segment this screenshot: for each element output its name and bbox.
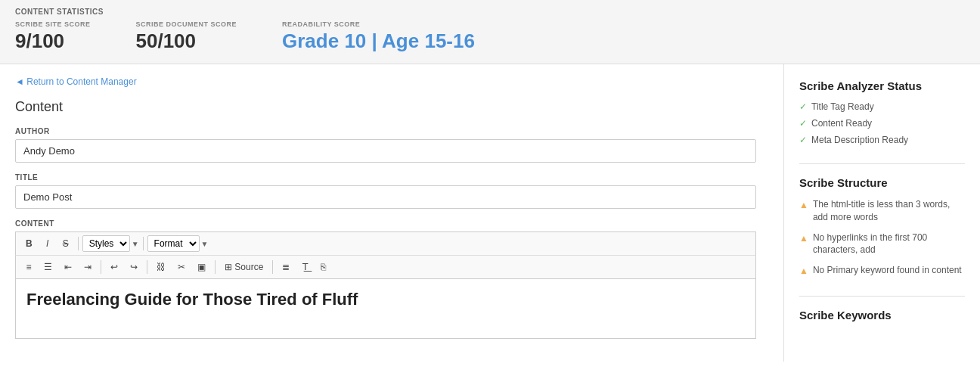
content-label: CONTENT <box>15 219 768 228</box>
toolbar-sep6 <box>272 260 273 274</box>
source-button[interactable]: ⊞ Source <box>219 259 268 275</box>
author-label: AUTHOR <box>15 127 768 135</box>
site-score-label: SCRIBE SITE SCORE <box>15 20 91 28</box>
link-icon: ⛓ <box>157 262 166 272</box>
status-text-3: Meta Description Ready <box>811 135 908 145</box>
readability-stat: READABILITY SCORE Grade 10 | Age 15-16 <box>282 20 475 53</box>
indent-increase-icon: ⇥ <box>84 262 91 272</box>
clear-format-button[interactable]: T͟ <box>296 259 313 275</box>
editor-heading: Freelancing Guide for Those Tired of Flu… <box>26 290 745 309</box>
title-field-group: TITLE <box>15 173 768 209</box>
unordered-list-button[interactable] <box>39 259 57 275</box>
toolbar-sep4 <box>147 260 147 274</box>
paste-button[interactable]: ⎘ <box>315 259 331 275</box>
check-icon-1: ✓ <box>799 101 807 112</box>
author-field-group: AUTHOR <box>15 127 768 163</box>
title-label: TITLE <box>15 173 768 182</box>
editor-content[interactable]: Freelancing Guide for Those Tired of Flu… <box>15 278 756 339</box>
source-label: Source <box>234 262 263 272</box>
right-sidebar: Scribe Analyzer Status ✓ Title Tag Ready… <box>783 64 980 362</box>
toolbar-sep1 <box>78 237 79 250</box>
image-icon: ▣ <box>197 262 206 272</box>
warn-icon-1: ▲ <box>799 199 808 212</box>
status-text-1: Title Tag Ready <box>811 101 874 112</box>
site-score-value: 9/100 <box>15 30 91 53</box>
structure-item-2: ▲ No hyperlinks in the first 700 charact… <box>799 231 965 257</box>
redo-icon: ↪ <box>130 262 138 272</box>
doc-score-label: SCRIBE DOCUMENT SCORE <box>136 20 237 28</box>
title-input[interactable] <box>15 185 756 209</box>
align-button[interactable]: ≣ <box>277 259 295 275</box>
analyzer-section: Scribe Analyzer Status ✓ Title Tag Ready… <box>799 79 965 145</box>
format-chevron-icon: ▼ <box>201 240 209 248</box>
readability-label: READABILITY SCORE <box>282 20 475 28</box>
italic-button[interactable]: I <box>39 235 56 252</box>
structure-text-2: No hyperlinks in the first 700 character… <box>813 231 965 257</box>
stats-bar: CONTENT STATISTICS SCRIBE SITE SCORE 9/1… <box>0 0 980 64</box>
styles-chevron-icon: ▼ <box>132 240 139 248</box>
editor-toolbar-row1: B I S Styles ▼ Format ▼ <box>15 231 756 255</box>
warn-icon-3: ▲ <box>799 265 808 278</box>
unlink-icon: ✂ <box>178 262 185 272</box>
back-link[interactable]: ◄ Return to Content Manager <box>15 76 768 87</box>
editor-toolbar-row2: ⇤ ⇥ ↩ ↪ ⛓ ✂ ▣ <box>15 255 756 278</box>
author-input[interactable] <box>15 139 756 163</box>
ordered-list-icon <box>26 262 31 272</box>
structure-item-1: ▲ The html-title is less than 3 words, a… <box>799 198 965 224</box>
image-button[interactable]: ▣ <box>192 259 211 275</box>
strikethrough-button[interactable]: S <box>57 235 74 252</box>
section-title: Content <box>15 99 768 115</box>
redo-button[interactable]: ↪ <box>125 259 143 275</box>
check-icon-3: ✓ <box>799 135 807 145</box>
warn-icon-2: ▲ <box>799 232 808 245</box>
stats-title: CONTENT STATISTICS <box>15 8 965 16</box>
link-button[interactable]: ⛓ <box>151 259 171 275</box>
toolbar-sep2 <box>143 237 144 250</box>
structure-text-3: No Primary keyword found in content <box>813 264 962 277</box>
indent-decrease-icon: ⇤ <box>64 262 72 272</box>
undo-icon: ↩ <box>110 262 118 272</box>
sidebar-divider-1 <box>799 163 965 164</box>
sidebar-divider-2 <box>799 296 965 297</box>
content-field-group: CONTENT B I S Styles ▼ Format ▼ <box>15 219 768 339</box>
paste-icon: ⎘ <box>321 262 326 272</box>
content-area: ◄ Return to Content Manager Content AUTH… <box>0 64 783 362</box>
indent-decrease-button[interactable]: ⇤ <box>59 259 77 275</box>
unlink-button[interactable]: ✂ <box>172 259 191 275</box>
align-icon: ≣ <box>282 262 290 272</box>
readability-value: Grade 10 | Age 15-16 <box>282 30 475 53</box>
analyzer-title: Scribe Analyzer Status <box>799 79 965 92</box>
structure-title: Scribe Structure <box>799 176 965 189</box>
keywords-title: Scribe Keywords <box>799 309 965 322</box>
styles-select[interactable]: Styles <box>82 235 130 252</box>
unordered-list-icon <box>44 262 52 272</box>
undo-button[interactable]: ↩ <box>105 259 123 275</box>
structure-item-3: ▲ No Primary keyword found in content <box>799 264 965 278</box>
ordered-list-button[interactable] <box>20 259 37 275</box>
structure-text-1: The html-title is less than 3 words, add… <box>813 198 965 224</box>
check-icon-2: ✓ <box>799 118 807 129</box>
structure-section: Scribe Structure ▲ The html-title is les… <box>799 176 965 278</box>
status-text-2: Content Ready <box>811 118 872 129</box>
toolbar-sep3 <box>101 260 101 274</box>
toolbar-sep5 <box>215 260 216 274</box>
source-doc-icon: ⊞ <box>225 262 232 272</box>
main-layout: ◄ Return to Content Manager Content AUTH… <box>0 64 980 362</box>
format-select[interactable]: Format <box>147 235 200 252</box>
keywords-section: Scribe Keywords <box>799 309 965 322</box>
status-item-2: ✓ Content Ready <box>799 118 965 129</box>
bold-button[interactable]: B <box>20 235 38 252</box>
status-item-3: ✓ Meta Description Ready <box>799 135 965 145</box>
doc-score-stat: SCRIBE DOCUMENT SCORE 50/100 <box>136 20 237 53</box>
site-score-stat: SCRIBE SITE SCORE 9/100 <box>15 20 91 53</box>
status-item-1: ✓ Title Tag Ready <box>799 101 965 112</box>
indent-increase-button[interactable]: ⇥ <box>79 259 97 275</box>
clear-format-icon: T͟ <box>302 262 308 272</box>
doc-score-value: 50/100 <box>136 30 237 53</box>
